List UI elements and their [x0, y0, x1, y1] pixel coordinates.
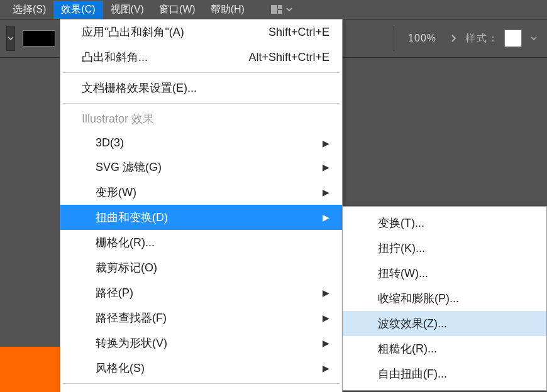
submenu-arrow-icon: ▶	[323, 288, 329, 298]
menu-separator	[63, 383, 340, 384]
submenu-arrow-icon: ▶	[323, 138, 329, 148]
submenu-free-distort[interactable]: 自由扭曲(F)...	[343, 361, 546, 386]
stroke-dropdown[interactable]	[6, 26, 15, 51]
submenu-arrow-icon: ▶	[323, 162, 329, 172]
menu-label: 文档栅格效果设置(E)...	[82, 80, 197, 95]
menu-help[interactable]: 帮助(H)	[203, 1, 252, 19]
menu-label: 裁剪标记(O)	[96, 260, 157, 275]
section-photoshop-effects: Photoshop 效果	[60, 386, 342, 392]
menu-doc-raster-settings[interactable]: 文档栅格效果设置(E)...	[60, 75, 342, 101]
effects-dropdown: 应用"凸出和斜角"(A) Shift+Ctrl+E 凸出和斜角... Alt+S…	[60, 19, 343, 392]
workspace-icon[interactable]	[271, 5, 282, 14]
submenu-arrow-icon: ▶	[323, 313, 329, 323]
toolbar-divider	[394, 26, 394, 51]
menu-window[interactable]: 窗口(W)	[152, 1, 203, 19]
style-dropdown-icon[interactable]	[527, 31, 541, 45]
menu-svg-filters[interactable]: SVG 滤镜(G) ▶	[60, 155, 342, 180]
menu-label: 扭曲和变换(D)	[96, 210, 168, 225]
menu-label: 扭拧(K)...	[378, 241, 425, 256]
menu-path[interactable]: 路径(P) ▶	[60, 280, 342, 305]
menu-label: 转换为形状(V)	[96, 335, 167, 351]
menu-convert-to-shape[interactable]: 转换为形状(V) ▶	[60, 330, 342, 356]
menu-separator	[63, 72, 340, 73]
distort-transform-submenu: 变换(T)... 扭拧(K)... 扭转(W)... 收缩和膨胀(P)... 波…	[342, 206, 547, 391]
menu-label: 风格化(S)	[96, 361, 145, 376]
menu-extrude-bevel[interactable]: 凸出和斜角... Alt+Shift+Ctrl+E	[60, 45, 342, 70]
chevron-down-icon[interactable]	[286, 6, 292, 13]
menu-select[interactable]: 选择(S)	[5, 1, 53, 19]
menu-label: 波纹效果(Z)...	[378, 316, 447, 331]
submenu-arrow-icon: ▶	[323, 363, 329, 373]
menu-distort-transform[interactable]: 扭曲和变换(D) ▶	[60, 205, 342, 230]
submenu-pucker-bloat[interactable]: 收缩和膨胀(P)...	[343, 286, 546, 311]
menu-view[interactable]: 视图(V)	[103, 1, 152, 19]
menu-label: 自由扭曲(F)...	[378, 366, 447, 381]
orange-shape[interactable]	[0, 347, 60, 392]
menu-label: SVG 滤镜(G)	[96, 160, 162, 175]
zoom-next-icon[interactable]	[446, 31, 460, 45]
stroke-color-swatch[interactable]	[23, 30, 55, 46]
menu-label: 变形(W)	[96, 185, 136, 200]
svg-rect-1	[278, 5, 282, 9]
submenu-arrow-icon: ▶	[323, 212, 329, 222]
zoom-field[interactable]: 100%	[403, 30, 441, 46]
menu-label: 扭转(W)...	[378, 266, 428, 281]
menu-pathfinder[interactable]: 路径查找器(F) ▶	[60, 305, 342, 330]
submenu-transform[interactable]: 变换(T)...	[343, 210, 546, 236]
svg-rect-2	[278, 10, 282, 14]
menu-warp[interactable]: 变形(W) ▶	[60, 180, 342, 205]
submenu-arrow-icon: ▶	[323, 187, 329, 197]
menu-label: 3D(3)	[96, 136, 124, 150]
menu-label: 路径(P)	[96, 285, 133, 300]
svg-rect-0	[271, 5, 277, 14]
submenu-roughen[interactable]: 粗糙化(R)...	[343, 336, 546, 361]
menu-label: 变换(T)...	[378, 215, 424, 231]
style-swatch[interactable]	[504, 30, 522, 47]
menu-3d[interactable]: 3D(3) ▶	[60, 131, 342, 155]
menu-label: 粗糙化(R)...	[378, 341, 437, 356]
menu-label: 应用"凸出和斜角"(A)	[82, 24, 184, 40]
menu-label: 路径查找器(F)	[96, 310, 167, 325]
menu-rasterize[interactable]: 栅格化(R)...	[60, 230, 342, 255]
menubar-right-icons	[271, 5, 292, 14]
style-label: 样式：	[465, 32, 499, 45]
menu-label: 栅格化(R)...	[96, 235, 155, 250]
menu-crop-marks[interactable]: 裁剪标记(O)	[60, 255, 342, 280]
menu-label: 凸出和斜角...	[82, 50, 148, 65]
submenu-zigzag[interactable]: 波纹效果(Z)...	[343, 311, 546, 336]
menu-stylize[interactable]: 风格化(S) ▶	[60, 356, 342, 381]
menu-shortcut: Alt+Shift+Ctrl+E	[248, 51, 329, 64]
menu-label: 收缩和膨胀(P)...	[378, 291, 459, 306]
submenu-tweak[interactable]: 扭拧(K)...	[343, 236, 546, 261]
menubar: 选择(S) 效果(C) 视图(V) 窗口(W) 帮助(H)	[0, 0, 547, 19]
section-illustrator-effects: Illustrator 效果	[60, 106, 342, 131]
menu-separator	[63, 103, 340, 104]
menu-shortcut: Shift+Ctrl+E	[268, 26, 329, 39]
submenu-arrow-icon: ▶	[323, 338, 329, 348]
menu-effects[interactable]: 效果(C)	[53, 1, 102, 19]
submenu-twist[interactable]: 扭转(W)...	[343, 261, 546, 286]
menu-apply-last-effect[interactable]: 应用"凸出和斜角"(A) Shift+Ctrl+E	[60, 19, 342, 45]
